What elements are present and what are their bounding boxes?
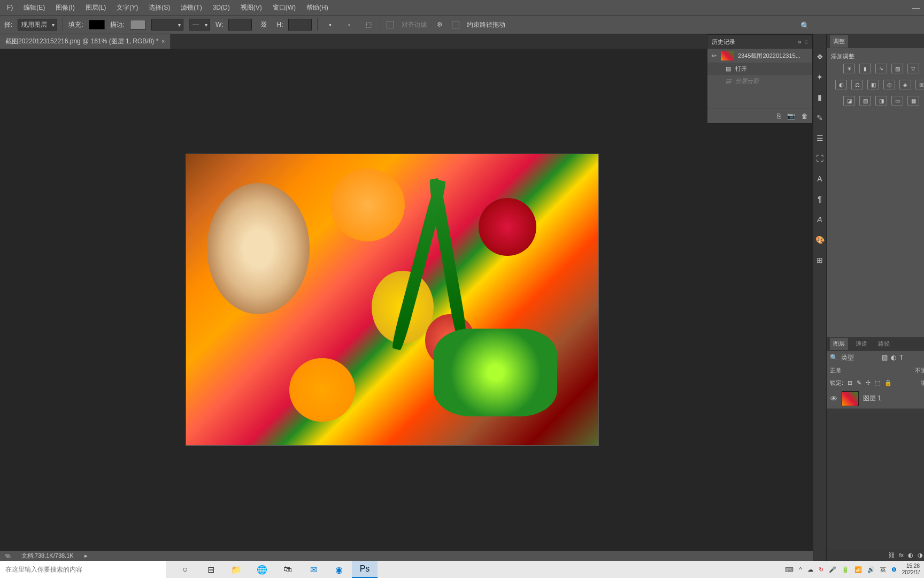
filter-pixel-icon[interactable]: ▧ xyxy=(882,354,888,361)
panel-icon-character[interactable]: ⛶ xyxy=(813,152,826,165)
tray-lang-icon[interactable]: 英 xyxy=(880,566,886,574)
adj-posterize-icon[interactable]: ▧ xyxy=(859,96,871,105)
tray-sync-icon[interactable]: ↻ xyxy=(819,566,823,573)
adj-threshold-icon[interactable]: ◨ xyxy=(875,96,887,105)
select-layer-dropdown[interactable]: 现用图层 xyxy=(18,19,57,31)
close-tab-icon[interactable]: × xyxy=(161,39,165,44)
panel-icon-styles[interactable]: A xyxy=(813,213,826,226)
zoom-value[interactable]: % xyxy=(5,553,11,559)
lock-paint-icon[interactable]: ✎ xyxy=(857,379,861,386)
menu-filter[interactable]: 滤镜(T) xyxy=(176,1,206,14)
lock-all-icon[interactable]: 🔒 xyxy=(884,379,892,386)
filter-search-icon[interactable]: 🔍 xyxy=(830,354,838,361)
menu-view[interactable]: 视图(V) xyxy=(236,1,266,14)
adj-photo-filter-icon[interactable]: ◎ xyxy=(883,80,895,89)
menu-help[interactable]: 帮助(H) xyxy=(302,1,333,14)
menu-type[interactable]: 文字(Y) xyxy=(112,1,142,14)
lock-artboard-icon[interactable]: ⬚ xyxy=(875,379,880,386)
link-wh-icon[interactable]: ⛓ xyxy=(257,18,271,32)
tray-ime2-icon[interactable]: ❺ xyxy=(891,566,897,573)
adj-brightness-icon[interactable]: ☀ xyxy=(843,64,855,73)
tray-ime-icon[interactable]: ⌨ xyxy=(785,566,794,573)
tray-battery-icon[interactable]: 🔋 xyxy=(842,566,849,573)
filter-kind-dropdown[interactable]: 类型 xyxy=(841,353,879,362)
panel-icon-grid[interactable]: ⊞ xyxy=(813,254,826,267)
adj-gradient-map-icon[interactable]: ▭ xyxy=(891,96,903,105)
menu-window[interactable]: 窗口(W) xyxy=(268,1,300,14)
panel-icon-compass[interactable]: ✦ xyxy=(813,71,826,83)
panel-icon-swatches[interactable]: 🎨 xyxy=(813,233,826,246)
adj-channel-mixer-icon[interactable]: ◈ xyxy=(899,80,911,89)
path-arrange-icon[interactable]: ▫ xyxy=(342,18,356,32)
constrain-checkbox[interactable] xyxy=(452,21,459,28)
menu-3d[interactable]: 3D(D) xyxy=(209,2,234,13)
stroke-type-dropdown[interactable]: — xyxy=(189,19,210,31)
history-step-open[interactable]: ▤ 打开 xyxy=(707,63,812,75)
tray-onedrive-icon[interactable]: ☁ xyxy=(807,566,813,573)
filter-type-icon[interactable]: T xyxy=(899,354,903,361)
stroke-width-dropdown[interactable] xyxy=(151,19,183,31)
gear-icon[interactable]: ⚙ xyxy=(433,18,446,32)
panel-icon-paragraph[interactable]: ¶ xyxy=(813,193,826,206)
lock-transparent-icon[interactable]: ⊞ xyxy=(848,379,852,386)
panel-icon-brush[interactable]: ✎ xyxy=(813,111,826,124)
adj-hue-icon[interactable]: ◐ xyxy=(835,80,847,89)
panel-menu-icon[interactable]: ≡ xyxy=(805,39,808,45)
collapse-icon[interactable]: » xyxy=(798,39,801,45)
windows-search-input[interactable] xyxy=(0,561,166,578)
status-chevron-icon[interactable]: ▸ xyxy=(84,552,88,559)
store-icon[interactable]: 🛍 xyxy=(275,561,301,578)
fill-swatch[interactable] xyxy=(89,20,105,29)
lock-position-icon[interactable]: ✢ xyxy=(866,379,871,386)
layers-tab[interactable]: 图层 xyxy=(830,338,848,350)
paths-tab[interactable]: 路径 xyxy=(875,338,893,350)
adjustment-layer-icon[interactable]: ◑ xyxy=(918,552,923,559)
menu-layer[interactable]: 图层(L) xyxy=(81,1,111,14)
menu-file-partial[interactable]: F) xyxy=(3,2,17,13)
edge-icon[interactable]: 🌐 xyxy=(249,561,275,578)
adj-vibrance-icon[interactable]: ▽ xyxy=(907,64,919,73)
path-options-icon[interactable]: ⬚ xyxy=(361,18,375,32)
panel-icon-settings[interactable]: ☰ xyxy=(813,132,826,144)
adj-exposure-icon[interactable]: ▨ xyxy=(891,64,903,73)
panel-icon-a[interactable]: A xyxy=(813,172,826,185)
document-tab[interactable]: 截图20220123152216.png @ 161% (图层 1, RGB/8… xyxy=(0,34,171,49)
cortana-icon[interactable]: ⊟ xyxy=(198,561,224,578)
mail-icon[interactable]: ✉ xyxy=(301,561,326,578)
app-icon[interactable]: ◉ xyxy=(326,561,352,578)
adjustments-tab[interactable]: 调整 xyxy=(830,35,848,48)
align-edges-checkbox[interactable] xyxy=(387,21,394,28)
adj-bw-icon[interactable]: ◧ xyxy=(867,80,879,89)
blend-mode-dropdown[interactable]: 正常 xyxy=(830,367,912,375)
menu-edit[interactable]: 编辑(E) xyxy=(19,1,49,14)
delete-state-icon[interactable]: 🗑 xyxy=(802,112,808,120)
new-snapshot-icon[interactable]: 📷 xyxy=(787,112,795,120)
file-explorer-icon[interactable]: 📁 xyxy=(224,561,249,578)
link-layers-icon[interactable]: ⛓ xyxy=(889,552,895,559)
tray-volume-icon[interactable]: 🔊 xyxy=(867,566,875,573)
photoshop-taskbar-icon[interactable]: Ps xyxy=(352,561,378,578)
task-view-icon[interactable]: ○ xyxy=(172,561,198,578)
new-doc-from-state-icon[interactable]: ⎘ xyxy=(777,112,781,120)
doc-size[interactable]: 文档:738.1K/738.1K xyxy=(21,552,74,560)
filter-adjust-icon[interactable]: ◐ xyxy=(891,354,896,361)
tray-clock[interactable]: 15:28 2022/1/ xyxy=(902,563,920,576)
width-input[interactable] xyxy=(228,19,252,31)
path-align-icon[interactable]: ▪ xyxy=(323,18,337,32)
tray-chevron-icon[interactable]: ^ xyxy=(799,566,802,573)
stroke-swatch[interactable] xyxy=(130,20,146,29)
adj-levels-icon[interactable]: ▮ xyxy=(859,64,871,73)
history-snapshot[interactable]: ✏ 2345截图2022012315... xyxy=(707,49,812,63)
adj-curves-icon[interactable]: ∿ xyxy=(875,64,887,73)
layer-row[interactable]: 👁 图层 1 xyxy=(827,389,924,409)
adj-invert-icon[interactable]: ◪ xyxy=(843,96,855,105)
history-step-clouds[interactable]: ▤ 分层云彩 xyxy=(707,75,812,87)
tray-security-icon[interactable]: 🎤 xyxy=(829,566,836,573)
tray-wifi-icon[interactable]: 📶 xyxy=(854,566,862,573)
adj-selective-color-icon[interactable]: ▦ xyxy=(907,96,919,105)
panel-icon-histogram[interactable]: ▮ xyxy=(813,91,826,104)
menu-select[interactable]: 选择(S) xyxy=(144,1,174,14)
adj-color-lookup-icon[interactable]: ⊞ xyxy=(915,80,924,89)
visibility-icon[interactable]: 👁 xyxy=(830,394,837,403)
menu-image[interactable]: 图像(I) xyxy=(51,1,79,14)
